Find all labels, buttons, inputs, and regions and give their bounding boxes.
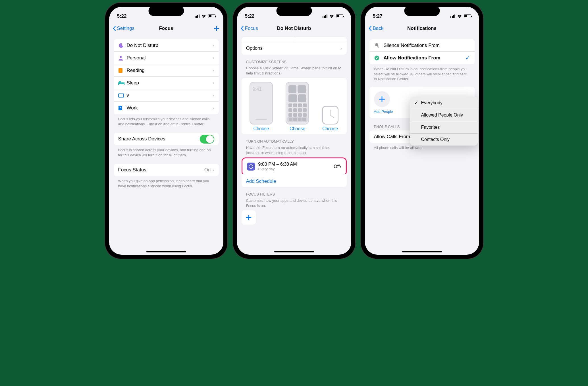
customize-sub: Choose a Lock Screen or Home Screen page… xyxy=(242,66,347,78)
popup-option-favorites[interactable]: Favorites xyxy=(410,121,478,134)
display-icon xyxy=(118,94,124,97)
svg-line-10 xyxy=(330,115,334,118)
status-time: 5:22 xyxy=(245,13,255,19)
screen-2: 5:22 Focus Do Not Disturb Options › xyxy=(237,7,351,255)
row-label: Share Across Devices xyxy=(118,136,200,142)
add-filter-button[interactable] xyxy=(242,210,256,225)
choose-lock-button[interactable]: Choose xyxy=(254,126,269,131)
wifi-icon xyxy=(201,14,206,18)
focus-row-dnd[interactable]: Do Not Disturb › xyxy=(114,39,219,52)
row-label: Focus Status xyxy=(118,167,204,173)
svg-point-8 xyxy=(120,107,121,108)
svg-rect-4 xyxy=(124,84,124,85)
chevron-right-icon: › xyxy=(213,67,214,73)
phone-frame-2: 5:22 Focus Do Not Disturb Options › xyxy=(233,3,355,259)
option-label: Contacts Only xyxy=(421,137,450,142)
popup-option-contacts[interactable]: Contacts Only xyxy=(410,134,478,146)
back-button[interactable]: Settings xyxy=(113,26,134,31)
moon-icon xyxy=(118,43,124,48)
chevron-left-icon xyxy=(240,26,244,31)
calls-popup: ✓ Everybody Allowed People Only Favorite… xyxy=(410,97,478,146)
screens-preview: 9:41 Choose xyxy=(242,78,347,134)
home-indicator[interactable] xyxy=(402,251,442,252)
split-row-partial xyxy=(242,37,347,42)
nav-bar: Back Notifications xyxy=(365,22,479,35)
back-button[interactable]: Focus xyxy=(240,26,258,31)
add-schedule-button[interactable]: Add Schedule xyxy=(242,176,347,187)
choose-home-button[interactable]: Choose xyxy=(290,126,305,131)
focus-status-row[interactable]: Focus Status On › xyxy=(114,164,219,176)
choose-watch-button[interactable]: Choose xyxy=(322,126,338,131)
cellular-icon xyxy=(323,14,327,18)
plus-icon xyxy=(378,96,386,103)
chevron-right-icon: › xyxy=(213,167,214,173)
plus-icon xyxy=(246,214,252,221)
chevron-right-icon: › xyxy=(213,42,214,48)
popup-option-allowed[interactable]: Allowed People Only xyxy=(410,109,478,121)
filters-header: FOCUS FILTERS xyxy=(242,187,347,198)
schedule-repeat: Every day xyxy=(258,167,334,171)
option-label: Allowed People Only xyxy=(421,113,463,118)
chevron-left-icon xyxy=(368,26,372,31)
bed-icon xyxy=(118,81,124,85)
home-indicator[interactable] xyxy=(146,251,186,252)
auto-header: TURN ON AUTOMATICALLY xyxy=(242,134,347,145)
options-row[interactable]: Options › xyxy=(242,42,347,55)
status-time: 5:27 xyxy=(373,13,383,19)
share-toggle[interactable] xyxy=(200,135,214,144)
status-time: 5:22 xyxy=(117,13,127,19)
row-label: Sleep xyxy=(127,80,213,86)
home-screen-preview[interactable] xyxy=(286,82,309,124)
popup-option-everybody[interactable]: ✓ Everybody xyxy=(410,97,478,109)
focus-row-personal[interactable]: Personal › xyxy=(114,52,219,64)
add-people-button[interactable] xyxy=(374,91,390,107)
wifi-icon xyxy=(457,14,462,18)
lock-screen-preview[interactable]: 9:41 xyxy=(250,82,273,124)
schedule-state: Off xyxy=(334,164,340,169)
focus-row-work[interactable]: Work › xyxy=(114,102,219,114)
dynamic-island xyxy=(404,6,440,16)
share-group: Share Across Devices xyxy=(114,133,219,145)
status-icons xyxy=(195,14,215,18)
chevron-right-icon: › xyxy=(213,92,214,98)
phone-frame-1: 5:22 Settings Focus Do xyxy=(105,3,227,259)
schedule-row[interactable]: 9:00 PM – 6:30 AM Every day Off › xyxy=(243,159,345,174)
checkmark-icon: ✓ xyxy=(465,55,470,61)
status-footer: When you give an app permission, it can … xyxy=(114,176,219,188)
home-indicator[interactable] xyxy=(274,251,314,252)
bell-slash-icon xyxy=(374,43,380,48)
battery-icon xyxy=(336,14,343,18)
cellular-icon xyxy=(450,14,455,18)
chevron-right-icon: › xyxy=(340,45,342,51)
row-label: Personal xyxy=(127,55,213,61)
book-icon xyxy=(118,68,123,73)
svg-rect-5 xyxy=(119,81,121,82)
row-label: Work xyxy=(127,105,213,111)
add-schedule-group: Add Schedule xyxy=(242,174,347,187)
chevron-right-icon: › xyxy=(340,164,341,169)
notif-explain: When Do Not Disturb is on, notifications… xyxy=(369,64,475,82)
chevron-right-icon: › xyxy=(213,55,214,61)
focus-row-sleep[interactable]: Sleep › xyxy=(114,77,219,89)
focus-footer: Focus lets you customize your devices an… xyxy=(114,114,219,126)
customize-group: 9:41 Choose xyxy=(242,78,347,134)
focus-row-v[interactable]: v › xyxy=(114,89,219,102)
nav-bar: Settings Focus xyxy=(109,22,223,35)
focus-list: Do Not Disturb › Personal › Reading › Sl… xyxy=(114,39,219,114)
nav-bar: Focus Do Not Disturb xyxy=(237,22,351,35)
back-button[interactable]: Back xyxy=(368,26,384,31)
back-label: Back xyxy=(373,26,384,31)
focus-row-reading[interactable]: Reading › xyxy=(114,64,219,77)
allow-row[interactable]: Allow Notifications From ✓ xyxy=(369,52,475,64)
svg-rect-6 xyxy=(119,94,124,97)
add-button[interactable] xyxy=(213,25,220,32)
cellular-icon xyxy=(195,14,200,18)
silence-row[interactable]: Silence Notifications From xyxy=(369,39,475,52)
row-label: v xyxy=(127,93,213,98)
add-people-label: Add People xyxy=(374,109,393,114)
share-row[interactable]: Share Across Devices xyxy=(114,133,219,145)
schedule-time: 9:00 PM – 6:30 AM xyxy=(258,162,334,167)
watch-preview[interactable] xyxy=(322,106,338,124)
status-icons xyxy=(323,14,343,18)
options-group: Options › xyxy=(242,37,347,55)
